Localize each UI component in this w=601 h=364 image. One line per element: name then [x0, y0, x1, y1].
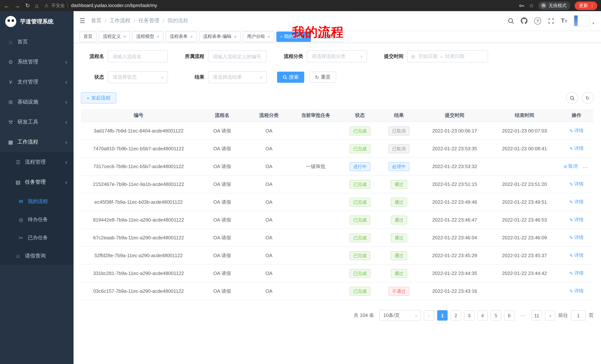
- process-name-input[interactable]: [108, 50, 168, 62]
- result-badge: 已取消: [389, 144, 409, 153]
- page-number-button[interactable]: 3: [464, 310, 474, 321]
- cell-id: 2152467e-7b9b-11ec-9a1b-acde48001122: [81, 175, 196, 193]
- reload-icon[interactable]: ↻: [25, 2, 30, 9]
- sidebar-item-leave-query[interactable]: ☺ 请假查询: [0, 247, 74, 265]
- sidebar-item-process-management[interactable]: ☰ 流程管理 ∨: [0, 152, 74, 172]
- close-icon[interactable]: ×: [338, 34, 341, 39]
- row-action-link[interactable]: ✎详情: [570, 181, 583, 187]
- start-process-button[interactable]: + 发起流程: [81, 92, 116, 104]
- hamburger-icon[interactable]: ☰: [80, 17, 85, 25]
- row-action-link[interactable]: ✎详情: [570, 234, 583, 241]
- reset-button[interactable]: ↻ 重置: [310, 72, 336, 83]
- cell-current-task[interactable]: [290, 175, 342, 193]
- user-menu[interactable]: ▼: [574, 15, 595, 26]
- cell-current-task[interactable]: [290, 264, 342, 282]
- cell-current-task[interactable]: [290, 282, 342, 300]
- help-icon[interactable]: ?: [534, 17, 541, 24]
- refresh-table-button[interactable]: ↻: [582, 92, 594, 104]
- breadcrumb-item[interactable]: 我的流程 /: [168, 18, 188, 24]
- close-icon[interactable]: ×: [267, 34, 270, 39]
- row-action-link[interactable]: ✎详情: [570, 199, 583, 205]
- category-select[interactable]: 请选择流程分类 ∨: [307, 50, 367, 62]
- close-icon[interactable]: ×: [190, 34, 193, 39]
- page-number-button[interactable]: 11: [531, 310, 542, 321]
- sidebar-item-label: 工作流程: [18, 139, 38, 145]
- breadcrumb-item[interactable]: 工作流程 /: [110, 18, 139, 24]
- parent-process-input[interactable]: [208, 50, 267, 62]
- toggle-search-button[interactable]: [566, 92, 578, 104]
- address-bar[interactable]: ⚠ 不安全 dashboard.yudao.iocoder.cn/bpm/tas…: [44, 2, 515, 9]
- bookmark-star-icon[interactable]: ☆: [529, 3, 534, 9]
- tab-process-model[interactable]: 流程模型 ×: [132, 31, 163, 42]
- cell-current-task[interactable]: [290, 247, 342, 264]
- cell-end-time: [490, 157, 559, 175]
- home-icon[interactable]: ⌂: [35, 2, 39, 9]
- cell-current-task[interactable]: [290, 211, 342, 229]
- breadcrumb-item[interactable]: 任务管理 /: [139, 18, 168, 24]
- font-size-icon[interactable]: TT: [561, 18, 567, 24]
- page-number-button[interactable]: 2: [451, 310, 461, 321]
- sidebar-item-devtools[interactable]: ⚒ 研发工具 ∨: [0, 112, 74, 132]
- tab-process-form-edit[interactable]: 流程表单-编辑 ×: [199, 31, 241, 42]
- row-action-link[interactable]: ✎详情: [570, 145, 583, 152]
- forward-icon[interactable]: →: [14, 2, 20, 9]
- tab-start-process[interactable]: 发起流程 ×: [313, 31, 344, 42]
- row-action-link[interactable]: ✎详情: [570, 217, 583, 223]
- sidebar-item-infrastructure[interactable]: ⊞ 基础设施 ∨: [0, 92, 74, 112]
- avatar[interactable]: [574, 15, 590, 26]
- page-number-button[interactable]: 6: [504, 310, 514, 321]
- cell-current-task[interactable]: [290, 193, 342, 211]
- page-number-button[interactable]: ···: [517, 310, 529, 321]
- yen-icon: ¥: [7, 79, 14, 85]
- close-icon[interactable]: ×: [234, 34, 237, 39]
- cell-current-task[interactable]: [290, 140, 342, 157]
- update-button[interactable]: 更新 ⋮: [575, 1, 597, 10]
- next-page-button[interactable]: ›: [545, 310, 555, 321]
- tab-process-form[interactable]: 流程表单 ×: [166, 31, 197, 42]
- search-button[interactable]: 搜索: [277, 72, 304, 83]
- row-action-link[interactable]: ✎详情: [570, 252, 583, 259]
- prev-page-button[interactable]: ‹: [424, 310, 434, 321]
- sidebar-item-system[interactable]: ⚙ 系统管理 ∨: [0, 52, 74, 72]
- sidebar-item-task-management[interactable]: ▤ 任务管理 ∧: [0, 172, 74, 192]
- row-action-link[interactable]: ✎详情: [570, 128, 583, 134]
- breadcrumb-item[interactable]: 首页 /: [91, 18, 110, 24]
- sidebar-item-done-tasks[interactable]: ✂ 已办任务: [0, 229, 74, 247]
- close-icon[interactable]: ×: [304, 34, 307, 39]
- sidebar-item-todo-tasks[interactable]: ◎ 待办任务: [0, 211, 74, 229]
- date-range-picker[interactable]: ⊞ 开始日期 - 结束日期: [407, 50, 488, 62]
- back-icon[interactable]: ←: [4, 2, 9, 9]
- close-icon[interactable]: ×: [157, 34, 159, 39]
- row-action-link[interactable]: ✎详情: [570, 270, 583, 277]
- browser-menu-icon[interactable]: ⋮: [590, 3, 594, 8]
- sidebar-item-workflow[interactable]: ▦ 工作流程 ∧: [0, 132, 74, 152]
- url-text[interactable]: dashboard.yudao.iocoder.cn/bpm/task/my: [71, 3, 157, 8]
- page-number-button[interactable]: 1: [437, 310, 448, 321]
- row-action-link[interactable]: ✎详情: [570, 288, 583, 294]
- github-icon[interactable]: [521, 18, 527, 24]
- close-icon[interactable]: ×: [123, 34, 126, 39]
- cell-current-task[interactable]: 一级审批: [290, 157, 342, 175]
- cell-current-task[interactable]: [290, 122, 342, 140]
- page-number-button[interactable]: 5: [491, 310, 501, 321]
- tab-home[interactable]: 首页: [80, 31, 97, 42]
- security-label[interactable]: 不安全: [51, 2, 65, 9]
- page-size-select[interactable]: 10条/页 ∨: [379, 310, 421, 321]
- tab-my-process[interactable]: ● 我的流程 ×: [276, 31, 311, 42]
- status-select[interactable]: 请选择状态 ∨: [108, 71, 168, 83]
- search-icon[interactable]: [508, 18, 514, 24]
- tab-process-definition[interactable]: 流程定义 ×: [99, 31, 130, 42]
- sidebar-item-home[interactable]: ⌂ 首页: [0, 32, 74, 52]
- app-logo[interactable]: 芋道管理系统: [0, 11, 74, 32]
- goto-page-input[interactable]: [571, 310, 586, 321]
- row-action-link[interactable]: ⊘取消: [563, 163, 578, 170]
- cell-id: 3ad174fb-7b9d-11ec-8404-acde48001122: [81, 122, 196, 140]
- key-icon[interactable]: [519, 3, 525, 8]
- cell-current-task[interactable]: [290, 229, 342, 247]
- sidebar-item-my-process[interactable]: ✉ 我的流程: [0, 192, 74, 211]
- fullscreen-icon[interactable]: [548, 18, 554, 24]
- sidebar-item-payment[interactable]: ¥ 支付管理 ∨: [0, 72, 74, 92]
- tab-user-group[interactable]: 用户分组 ×: [243, 31, 274, 42]
- page-number-button[interactable]: 4: [477, 310, 488, 321]
- result-select[interactable]: 请选择流结果 ∨: [208, 71, 267, 83]
